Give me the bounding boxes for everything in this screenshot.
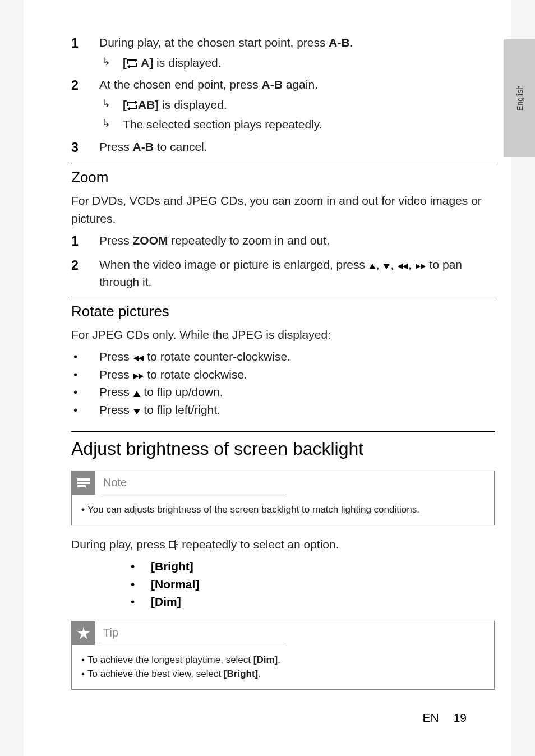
- bullet: •: [76, 503, 87, 517]
- tip-item: •To achieve the best view, select [Brigh…: [76, 667, 486, 681]
- result-text: [AB] is displayed.: [123, 96, 227, 114]
- step-result: ↳ [AB] is displayed.: [99, 96, 495, 114]
- svg-rect-0: [77, 478, 90, 481]
- step-number: 2: [71, 256, 99, 291]
- step-1: 1 During play, at the chosen start point…: [71, 34, 495, 71]
- step-result: ↳ [ A] is displayed.: [99, 54, 495, 72]
- result-arrow-icon: ↳: [99, 54, 123, 72]
- forward-icon: [133, 373, 144, 380]
- zoom-step-1: 1 Press ZOOM repeatedly to zoom in and o…: [71, 232, 495, 251]
- bullet: •: [71, 348, 99, 366]
- option-dim: •[Dim]: [127, 593, 495, 611]
- note-label: Note: [103, 476, 127, 488]
- result-arrow-icon: ↳: [99, 96, 123, 114]
- step-3: 3 Press A-B to cancel.: [71, 138, 495, 158]
- step-result: ↳ The selected section plays repeatedly.: [99, 116, 495, 133]
- step-2: 2 At the chosen end point, press A-B aga…: [71, 76, 495, 133]
- rotate-list: •Press to rotate counter-clockwise. •Pre…: [71, 348, 495, 418]
- footer-lang: EN: [423, 711, 439, 724]
- bullet: •: [127, 575, 151, 593]
- svg-rect-3: [169, 541, 175, 548]
- bullet: •: [71, 401, 99, 419]
- rotate-item-ccw: •Press to rotate counter-clockwise.: [71, 348, 495, 366]
- forward-icon: [415, 263, 426, 270]
- step-body: Press A-B to cancel.: [99, 138, 495, 158]
- zoom-intro: For DVDs, VCDs and JPEG CDs, you can zoo…: [71, 192, 495, 227]
- bullet: •: [127, 593, 151, 611]
- page-footer: EN 19: [423, 711, 467, 725]
- up-arrow-icon: [133, 390, 141, 397]
- step-number: 1: [71, 232, 99, 251]
- tip-item: •To achieve the longest playtime, select…: [76, 653, 486, 667]
- up-arrow-icon: [368, 263, 376, 270]
- bullet: •: [71, 366, 99, 384]
- step-text: Press A-B to cancel.: [99, 140, 207, 153]
- tip-callout: Tip •To achieve the longest playtime, se…: [71, 621, 495, 690]
- ab-repeat-steps: 1 During play, at the chosen start point…: [71, 34, 495, 157]
- brightness-icon: [169, 540, 179, 550]
- brightness-options: •[Bright] •[Normal] •[Dim]: [127, 557, 495, 611]
- bullet: •: [76, 653, 87, 667]
- repeat-icon: [127, 59, 138, 68]
- step-body: During play, at the chosen start point, …: [99, 34, 495, 71]
- zoom-heading: Zoom: [71, 165, 495, 186]
- zoom-steps: 1 Press ZOOM repeatedly to zoom in and o…: [71, 232, 495, 291]
- result-text: The selected section plays repeatedly.: [123, 116, 322, 133]
- bullet: •: [76, 667, 87, 681]
- step-number: 2: [71, 76, 99, 133]
- note-icon: [72, 471, 95, 495]
- zoom-step-2: 2 When the video image or picture is enl…: [71, 256, 495, 291]
- svg-rect-2: [77, 485, 86, 487]
- tip-label: Tip: [103, 626, 118, 639]
- brightness-heading: Adjust brightness of screen backlight: [71, 431, 495, 459]
- note-item: •You can adjusts brightness of the scree…: [76, 503, 486, 517]
- step-text: During play, at the chosen start point, …: [99, 36, 353, 49]
- bullet: •: [127, 557, 151, 575]
- rotate-item-flip-ud: •Press to flip up/down.: [71, 383, 495, 401]
- rewind-icon: [397, 263, 408, 270]
- option-normal: •[Normal]: [127, 575, 495, 593]
- svg-rect-1: [77, 482, 90, 484]
- down-arrow-icon: [133, 408, 141, 415]
- rotate-intro: For JPEG CDs only. While the JPEG is dis…: [71, 326, 495, 344]
- tip-body: •To achieve the longest playtime, select…: [72, 645, 494, 689]
- down-arrow-icon: [382, 263, 390, 270]
- footer-page: 19: [454, 711, 467, 724]
- result-arrow-icon: ↳: [99, 116, 123, 133]
- manual-page: 1 During play, at the chosen start point…: [24, 0, 511, 756]
- rotate-item-flip-lr: •Press to flip left/right.: [71, 401, 495, 419]
- note-body: •You can adjusts brightness of the scree…: [72, 495, 494, 525]
- language-label: English: [515, 85, 524, 111]
- repeat-icon: [127, 101, 138, 110]
- step-number: 1: [71, 34, 99, 71]
- step-body: At the chosen end point, press A-B again…: [99, 76, 495, 133]
- rewind-icon: [133, 355, 144, 362]
- step-body: When the video image or picture is enlar…: [99, 256, 495, 291]
- step-number: 3: [71, 138, 99, 158]
- language-tab: English: [504, 39, 535, 157]
- step-text: At the chosen end point, press A-B again…: [99, 78, 318, 91]
- bullet: •: [71, 383, 99, 401]
- option-bright: •[Bright]: [127, 557, 495, 575]
- note-callout: Note •You can adjusts brightness of the …: [71, 471, 495, 525]
- rotate-item-cw: •Press to rotate clockwise.: [71, 366, 495, 384]
- rotate-heading: Rotate pictures: [71, 299, 495, 320]
- tip-icon: [72, 621, 95, 645]
- brightness-instruction: During play, press repeatedly to select …: [71, 536, 495, 554]
- result-text: [ A] is displayed.: [123, 54, 222, 72]
- step-body: Press ZOOM repeatedly to zoom in and out…: [99, 232, 495, 251]
